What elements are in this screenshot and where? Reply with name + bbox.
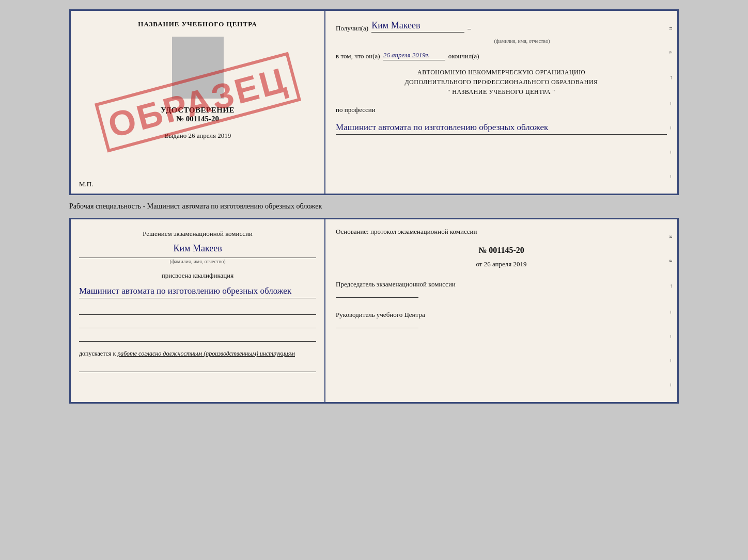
osnovanie-text: Основание: протокол экзаменационной коми…: [336, 227, 667, 237]
completion-date: 26 апреля 2019г.: [383, 51, 445, 60]
prisvoena-label: присвоена квалификация: [79, 271, 316, 280]
predsedatel-block: Председатель экзаменационной комиссии: [336, 280, 667, 298]
dopuskaetsya-block: допускается к работе согласно должностны…: [79, 350, 316, 358]
bottom-certificate: Решением экзаменационной комиссии Ким Ма…: [69, 218, 679, 404]
po-professii-label: по профессии: [336, 106, 667, 114]
school-name-top: НАЗВАНИЕ УЧЕБНОГО ЦЕНТРА: [138, 20, 257, 28]
dopuskaetsya-text: работе согласно должностным (производств…: [117, 350, 295, 357]
photo-placeholder: [172, 37, 224, 99]
komissia-fio-hint: (фамилия, имя, отчество): [79, 258, 316, 264]
poluchil-label: Получил(а): [336, 24, 368, 33]
bottom-lines: [79, 306, 316, 342]
right-margin-top: и а ← – – – –: [666, 11, 677, 194]
sign-line-2: [79, 319, 316, 328]
vydano-line: Выдано 26 апреля 2019: [164, 132, 231, 140]
cert-number: № 001145-20: [176, 115, 219, 123]
org-line3: " НАЗВАНИЕ УЧЕБНОГО ЦЕНТРА ": [336, 87, 667, 97]
sign-line-1: [79, 306, 316, 315]
org-line2: ДОПОЛНИТЕЛЬНОГО ПРОФЕССИОНАЛЬНОГО ОБРАЗО…: [336, 77, 667, 87]
mp-label: М.П.: [79, 180, 93, 188]
poluchil-row: Получил(а) Ким Макеев –: [336, 20, 667, 33]
org-block: АВТОНОМНУЮ НЕКОММЕРЧЕСКУЮ ОРГАНИЗАЦИЮ ДО…: [336, 68, 667, 98]
protocol-date: от 26 апреля 2019: [336, 260, 667, 268]
okonchil-label: окончил(а): [448, 52, 479, 60]
kvali-name: Машинист автомата по изготовлению обрезн…: [79, 285, 316, 299]
profession-name-top: Машинист автомата по изготовлению обрезн…: [336, 121, 667, 135]
caption-between: Рабочая специальность - Машинист автомат…: [69, 200, 322, 213]
cert-right-panel: Получил(а) Ким Макеев – (фамилия, имя, о…: [325, 11, 677, 194]
vydano-label: Выдано: [164, 132, 186, 139]
cert-left-panel: НАЗВАНИЕ УЧЕБНОГО ЦЕНТРА УДОСТОВЕРЕНИЕ №…: [71, 11, 325, 194]
cert-bottom-right: Основание: протокол экзаменационной коми…: [325, 219, 677, 402]
predsedatel-label: Председатель экзаменационной комиссии: [336, 280, 667, 289]
org-line1: АВТОНОМНУЮ НЕКОММЕРЧЕСКУЮ ОРГАНИЗАЦИЮ: [336, 68, 667, 77]
reshen-text: Решением экзаменационной комиссии: [79, 229, 316, 239]
udostoverenie-label: УДОСТОВЕРЕНИЕ: [161, 106, 235, 115]
komissia-name: Ким Макеев: [79, 243, 316, 254]
protocol-date-value: 26 апреля 2019: [484, 260, 527, 268]
rukovoditel-block: Руководитель учебного Центра: [336, 310, 667, 328]
rukovoditel-sign-line: [336, 328, 418, 328]
predsedatel-sign-line: [336, 297, 418, 298]
top-certificate: НАЗВАНИЕ УЧЕБНОГО ЦЕНТРА УДОСТОВЕРЕНИЕ №…: [69, 9, 679, 195]
ot-label: от: [476, 260, 482, 268]
cert-bottom-left: Решением экзаменационной комиссии Ким Ма…: [71, 219, 325, 402]
vtom-label: в том, что он(а): [336, 52, 380, 60]
right-margin-bottom: и а ← – – – –: [666, 219, 677, 402]
fio-hint-top: (фамилия, имя, отчество): [377, 38, 667, 44]
vtom-row: в том, что он(а) 26 апреля 2019г. окончи…: [336, 51, 667, 60]
sign-line-3: [79, 332, 316, 342]
protocol-number: № 001145-20: [336, 246, 667, 255]
dopuskaetsya-line: [79, 363, 316, 372]
recipient-name: Ким Макеев: [371, 20, 464, 33]
dopuskaetsya-prefix: допускается к: [79, 350, 116, 357]
rukovoditel-label: Руководитель учебного Центра: [336, 310, 667, 319]
vydano-date: 26 апреля 2019: [188, 132, 231, 139]
